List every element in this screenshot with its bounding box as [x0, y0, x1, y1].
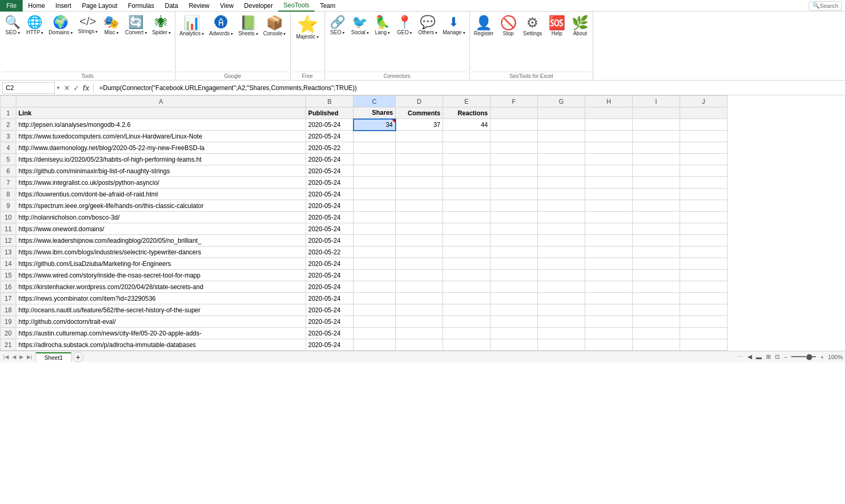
cell-10-8[interactable] — [633, 212, 680, 223]
convert-button[interactable]: 🔄 Convert — [123, 15, 149, 37]
cell-9-5[interactable] — [490, 200, 538, 212]
nav-prev-sheet[interactable]: ◀ — [11, 354, 17, 360]
row-header-10[interactable]: 10 — [1, 212, 16, 223]
help-button[interactable]: 🆘 Help — [546, 15, 567, 38]
cell-12-9[interactable] — [680, 235, 728, 246]
cell-9-9[interactable] — [680, 200, 728, 212]
cell-11-2[interactable] — [353, 223, 396, 235]
cell-7-1[interactable]: 2020-05-24 — [306, 177, 353, 189]
cell-6-3[interactable] — [396, 165, 443, 177]
row-header-9[interactable]: 9 — [1, 200, 16, 212]
menu-seotools[interactable]: SeoTools — [278, 0, 315, 12]
col-header-h[interactable]: H — [585, 96, 633, 107]
cell-18-9[interactable] — [680, 304, 728, 316]
cell-6-0[interactable]: https://github.com/minimaxir/big-list-of… — [16, 165, 306, 177]
cell-6-2[interactable] — [353, 165, 396, 177]
cell-15-2[interactable] — [353, 270, 396, 281]
cell-20-2[interactable] — [353, 328, 396, 339]
cell-16-7[interactable] — [585, 281, 633, 293]
cell-15-7[interactable] — [585, 270, 633, 281]
cell-9-6[interactable] — [538, 200, 585, 212]
cell-18-0[interactable]: http://oceans.nautil.us/feature/562/the-… — [16, 304, 306, 316]
col-header-j[interactable]: J — [680, 96, 728, 107]
cell-5-0[interactable]: https://deniseyu.io/2020/05/23/habits-of… — [16, 154, 306, 165]
cell-21-1[interactable]: 2020-05-24 — [306, 339, 353, 351]
cell-20-7[interactable] — [585, 328, 633, 339]
menu-data[interactable]: Data — [160, 0, 183, 12]
cell-13-2[interactable] — [353, 246, 396, 258]
cell-12-3[interactable] — [396, 235, 443, 246]
cell-14-4[interactable] — [443, 258, 490, 270]
cell-10-6[interactable] — [538, 212, 585, 223]
cell-11-9[interactable] — [680, 223, 728, 235]
cell-12-1[interactable]: 2020-05-24 — [306, 235, 353, 246]
cell-10-0[interactable]: http://nolannicholson.com/bosco-3d/ — [16, 212, 306, 223]
cell-17-3[interactable] — [396, 293, 443, 304]
cell-2-4[interactable]: 44 — [443, 119, 490, 131]
stop-button[interactable]: 🚫 Stop — [498, 15, 519, 38]
cell-4-6[interactable] — [538, 142, 585, 154]
cell-14-9[interactable] — [680, 258, 728, 270]
cell-1-0[interactable]: Link — [16, 107, 306, 119]
misc-button[interactable]: 🎭 Misc — [101, 15, 122, 37]
zoom-in-icon[interactable]: + — [820, 354, 823, 360]
search-box[interactable]: 🔍 Search — [809, 1, 842, 11]
cell-5-3[interactable] — [396, 154, 443, 165]
cell-3-0[interactable]: https://www.tuxedocomputers.com/en/Linux… — [16, 131, 306, 142]
cell-9-3[interactable] — [396, 200, 443, 212]
manage-button[interactable]: ⬇ Manage — [440, 15, 467, 37]
cell-15-6[interactable] — [538, 270, 585, 281]
http-button[interactable]: 🌐 HTTP — [24, 15, 45, 37]
cell-15-0[interactable]: https://www.wired.com/story/inside-the-n… — [16, 270, 306, 281]
cell-6-1[interactable]: 2020-05-24 — [306, 165, 353, 177]
cell-16-8[interactable] — [633, 281, 680, 293]
page-layout-icon[interactable]: ⊞ — [766, 353, 771, 360]
cell-13-0[interactable]: https://www.ibm.com/blogs/industries/sel… — [16, 246, 306, 258]
cell-2-5[interactable] — [490, 119, 538, 131]
cell-6-8[interactable] — [633, 165, 680, 177]
zoom-out-icon[interactable]: − — [784, 354, 787, 360]
cell-20-8[interactable] — [633, 328, 680, 339]
cell-5-9[interactable] — [680, 154, 728, 165]
row-header-3[interactable]: 3 — [1, 131, 16, 142]
cell-21-3[interactable] — [396, 339, 443, 351]
cell-6-9[interactable] — [680, 165, 728, 177]
cell-4-5[interactable] — [490, 142, 538, 154]
social-button[interactable]: 🐦 Social — [349, 15, 371, 37]
cell-12-2[interactable] — [353, 235, 396, 246]
seo2-button[interactable]: 🔗 SEO — [327, 15, 348, 37]
zoom-slider[interactable]: ━━━━⬤━ — [791, 353, 816, 360]
menu-insert[interactable]: Insert — [50, 0, 76, 12]
cell-12-5[interactable] — [490, 235, 538, 246]
cell-1-2[interactable]: Shares — [353, 107, 396, 119]
cell-19-5[interactable] — [490, 316, 538, 328]
row-header-7[interactable]: 7 — [1, 177, 16, 189]
cell-18-2[interactable] — [353, 304, 396, 316]
settings-button[interactable]: ⚙ Settings — [521, 15, 544, 38]
cell-17-1[interactable]: 2020-05-24 — [306, 293, 353, 304]
menu-page-layout[interactable]: Page Layout — [76, 0, 122, 12]
cell-3-6[interactable] — [538, 131, 585, 142]
cell-21-2[interactable] — [353, 339, 396, 351]
cell-10-4[interactable] — [443, 212, 490, 223]
cell-14-1[interactable]: 2020-05-24 — [306, 258, 353, 270]
cell-5-4[interactable] — [443, 154, 490, 165]
cell-21-5[interactable] — [490, 339, 538, 351]
row-header-1[interactable]: 1 — [1, 107, 16, 119]
cell-18-6[interactable] — [538, 304, 585, 316]
cell-10-2[interactable] — [353, 212, 396, 223]
scroll-left-icon[interactable]: ◀ — [748, 353, 752, 360]
cell-12-0[interactable]: https://www.leadershipnow.com/leadingblo… — [16, 235, 306, 246]
cell-8-7[interactable] — [585, 189, 633, 200]
cell-2-8[interactable] — [633, 119, 680, 131]
cell-11-7[interactable] — [585, 223, 633, 235]
cell-1-7[interactable] — [585, 107, 633, 119]
cell-17-8[interactable] — [633, 293, 680, 304]
cell-13-5[interactable] — [490, 246, 538, 258]
cell-8-0[interactable]: https://louwrentius.com/dont-be-afraid-o… — [16, 189, 306, 200]
analytics-button[interactable]: 📊 Analytics — [178, 15, 206, 38]
sheet-scroll-container[interactable]: A B C D E F G H I J 1LinkPublishedShares… — [0, 95, 845, 351]
about-button[interactable]: 🌿 About — [569, 15, 591, 38]
cell-19-9[interactable] — [680, 316, 728, 328]
cell-17-0[interactable]: https://news.ycombinator.com/item?id=232… — [16, 293, 306, 304]
